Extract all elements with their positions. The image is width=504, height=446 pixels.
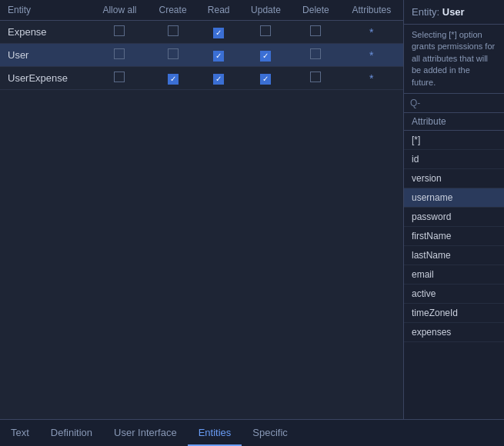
col-attributes: Attributes <box>340 0 403 21</box>
description-text: Selecting [*] option grants permissions … <box>412 30 495 87</box>
cell-allow-all[interactable] <box>91 21 148 44</box>
checkbox-allow-all[interactable] <box>114 72 125 82</box>
cell-allow-all[interactable] <box>91 44 148 67</box>
search-icon: Q- <box>410 98 420 108</box>
checkbox-update[interactable] <box>260 51 271 62</box>
permissions-table: Entity Allow all Create Read Update Dele… <box>0 0 403 90</box>
cell-allow-all[interactable] <box>91 67 148 90</box>
tab-specific[interactable]: Specific <box>242 421 299 446</box>
attribute-column-label: Attribute <box>412 116 496 127</box>
checkbox-allow-all[interactable] <box>114 25 125 36</box>
col-delete: Delete <box>292 0 340 21</box>
entity-label-text: Entity: <box>412 6 439 18</box>
col-entity: Entity <box>0 0 91 21</box>
col-allow-all: Allow all <box>91 0 148 21</box>
right-panel: Entity: User Selecting [*] option grants… <box>404 0 504 419</box>
attribute-item[interactable]: lastName <box>404 246 504 265</box>
checkbox-update[interactable] <box>260 25 271 36</box>
checkbox-read[interactable] <box>213 74 224 85</box>
cell-delete[interactable] <box>292 21 340 44</box>
cell-delete[interactable] <box>292 67 340 90</box>
tab-text[interactable]: Text <box>0 421 40 446</box>
attribute-item[interactable]: password <box>404 208 504 227</box>
attribute-item[interactable]: version <box>404 169 504 188</box>
checkbox-allow-all[interactable] <box>114 48 125 59</box>
attribute-item[interactable]: email <box>404 265 504 285</box>
attribute-search-row[interactable]: Q- <box>404 94 504 113</box>
checkbox-create[interactable] <box>168 74 179 85</box>
col-read: Read <box>198 0 240 21</box>
main-area: Entity Allow all Create Read Update Dele… <box>0 0 504 419</box>
checkbox-delete[interactable] <box>310 48 321 59</box>
attribute-item[interactable]: firstName <box>404 227 504 246</box>
checkbox-read[interactable] <box>213 28 224 38</box>
cell-entity: Expense <box>0 21 91 44</box>
checkbox-create[interactable] <box>168 25 179 36</box>
cell-update[interactable] <box>240 21 292 44</box>
cell-create[interactable] <box>148 21 197 44</box>
table-header-row: Entity Allow all Create Read Update Dele… <box>0 0 403 21</box>
cell-attributes[interactable]: * <box>340 67 403 90</box>
cell-update[interactable] <box>240 44 292 67</box>
bottom-tabs: TextDefinitionUser InterfaceEntitiesSpec… <box>0 419 504 446</box>
checkbox-create[interactable] <box>168 48 179 59</box>
cell-entity: User <box>0 44 91 67</box>
cell-attributes[interactable]: * <box>340 44 403 67</box>
table-row[interactable]: User* <box>0 44 403 67</box>
cell-entity: UserExpense <box>0 67 91 90</box>
cell-update[interactable] <box>240 67 292 90</box>
checkbox-update[interactable] <box>260 74 271 85</box>
table-area: Entity Allow all Create Read Update Dele… <box>0 0 404 419</box>
col-create: Create <box>148 0 197 21</box>
cell-attributes[interactable]: * <box>340 21 403 44</box>
attribute-item[interactable]: [*] <box>404 131 504 150</box>
cell-delete[interactable] <box>292 44 340 67</box>
checkbox-delete[interactable] <box>310 72 321 82</box>
cell-create[interactable] <box>148 44 197 67</box>
attribute-header-row: Attribute <box>404 113 504 131</box>
attribute-item[interactable]: expenses <box>404 323 504 342</box>
attribute-item[interactable]: username <box>404 188 504 208</box>
attribute-item[interactable]: id <box>404 150 504 169</box>
cell-read[interactable] <box>198 44 240 67</box>
entity-header: Entity: User <box>404 0 504 25</box>
table-row[interactable]: UserExpense* <box>0 67 403 90</box>
cell-read[interactable] <box>198 67 240 90</box>
checkbox-delete[interactable] <box>310 25 321 36</box>
attribute-item[interactable]: timeZoneId <box>404 304 504 323</box>
entity-description: Selecting [*] option grants permissions … <box>404 25 504 94</box>
tab-entities[interactable]: Entities <box>188 421 242 446</box>
tab-definition[interactable]: Definition <box>40 421 103 446</box>
cell-read[interactable] <box>198 21 240 44</box>
table-row[interactable]: Expense* <box>0 21 403 44</box>
col-update: Update <box>240 0 292 21</box>
checkbox-read[interactable] <box>213 51 224 62</box>
attribute-item[interactable]: active <box>404 285 504 304</box>
cell-create[interactable] <box>148 67 197 90</box>
tab-user-interface[interactable]: User Interface <box>103 421 188 446</box>
attribute-list: [*]idversionusernamepasswordfirstNamelas… <box>404 131 504 419</box>
entity-name-text: User <box>442 6 465 18</box>
